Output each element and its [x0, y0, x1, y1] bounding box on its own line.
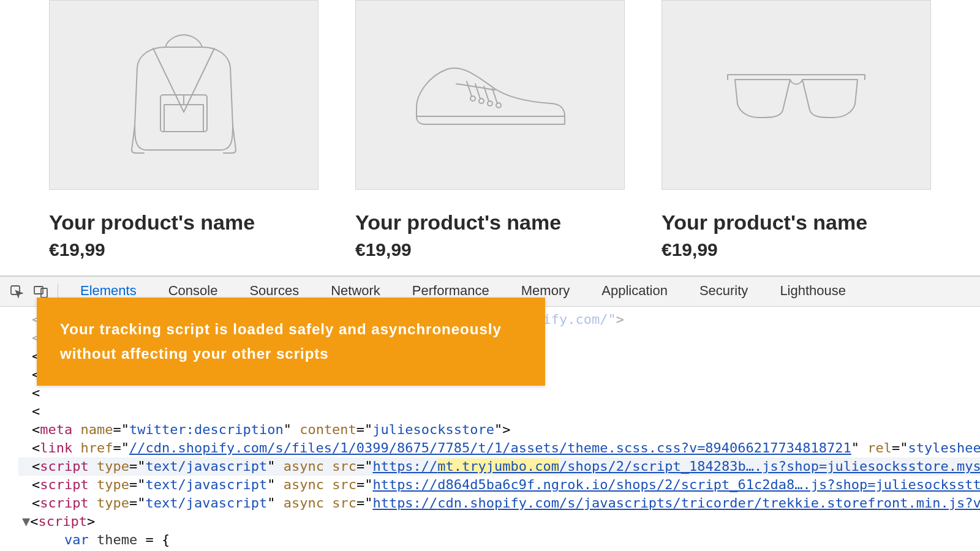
product-image-placeholder: [662, 0, 931, 190]
annotation-callout: Your tracking script is loaded safely an…: [37, 298, 545, 386]
product-name: Your product's name: [49, 211, 318, 234]
svg-line-8: [492, 89, 497, 103]
svg-point-12: [496, 103, 501, 108]
svg-line-5: [467, 81, 472, 96]
product-price: €19,99: [355, 239, 625, 260]
product-card[interactable]: Your product's name €19,99: [355, 0, 625, 260]
product-image-placeholder: [355, 0, 625, 190]
svg-line-6: [475, 84, 480, 99]
backpack-icon: [116, 34, 251, 156]
product-grid: Your product's name €19,99 Your product'…: [0, 0, 980, 260]
svg-line-4: [184, 48, 214, 112]
glasses-icon: [723, 67, 870, 122]
product-price: €19,99: [662, 239, 931, 260]
svg-rect-14: [34, 287, 43, 294]
inspect-element-icon[interactable]: [6, 281, 27, 302]
svg-point-9: [470, 96, 475, 101]
tab-lighthouse[interactable]: Lighthouse: [764, 277, 862, 307]
product-price: €19,99: [49, 239, 318, 260]
svg-line-3: [153, 48, 184, 112]
product-card[interactable]: Your product's name €19,99: [49, 0, 318, 260]
svg-rect-15: [41, 288, 47, 298]
tab-application[interactable]: Application: [586, 277, 684, 307]
svg-rect-1: [164, 105, 203, 132]
product-card[interactable]: Your product's name €19,99: [662, 0, 931, 260]
product-name: Your product's name: [662, 211, 931, 234]
svg-point-11: [488, 101, 492, 106]
sneaker-icon: [410, 52, 570, 138]
product-image-placeholder: [49, 0, 318, 190]
tab-security[interactable]: Security: [684, 277, 764, 307]
svg-point-10: [479, 99, 484, 103]
product-name: Your product's name: [355, 211, 625, 234]
